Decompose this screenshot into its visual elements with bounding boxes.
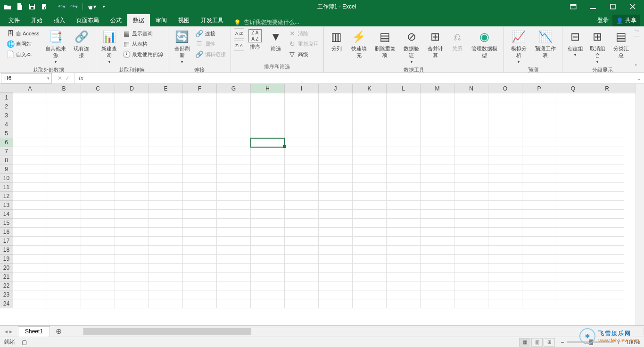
cell[interactable] xyxy=(522,264,556,273)
cell[interactable] xyxy=(488,129,522,138)
cell[interactable] xyxy=(488,111,522,120)
cell[interactable] xyxy=(251,93,285,102)
row-header[interactable]: 11 xyxy=(0,183,13,192)
cell[interactable] xyxy=(13,219,47,228)
hide-detail-icon[interactable]: ⁻≡ xyxy=(634,34,639,40)
cell[interactable] xyxy=(13,237,47,246)
cell[interactable] xyxy=(488,93,522,102)
cell[interactable] xyxy=(81,156,115,165)
cell[interactable] xyxy=(319,290,353,299)
cell[interactable] xyxy=(183,264,217,273)
cell[interactable] xyxy=(454,246,488,255)
row-header[interactable]: 18 xyxy=(0,246,13,255)
cell[interactable] xyxy=(81,102,115,111)
cell[interactable] xyxy=(217,147,251,156)
cell[interactable] xyxy=(183,219,217,228)
cell[interactable] xyxy=(522,111,556,120)
cell[interactable] xyxy=(353,192,387,201)
cell[interactable] xyxy=(13,192,47,201)
cell[interactable] xyxy=(556,237,590,246)
cell[interactable] xyxy=(81,147,115,156)
cell[interactable] xyxy=(81,281,115,290)
cell[interactable] xyxy=(353,111,387,120)
cell[interactable] xyxy=(285,174,319,183)
cell[interactable] xyxy=(387,299,421,308)
cell[interactable] xyxy=(149,156,183,165)
tab-file[interactable]: 文件 xyxy=(3,14,25,26)
cell[interactable] xyxy=(149,219,183,228)
new-file-icon[interactable] xyxy=(14,1,25,12)
cell[interactable] xyxy=(149,237,183,246)
cell[interactable] xyxy=(115,219,149,228)
cell[interactable] xyxy=(183,237,217,246)
cell[interactable] xyxy=(454,228,488,237)
cell[interactable] xyxy=(13,102,47,111)
cell[interactable] xyxy=(217,111,251,120)
cell[interactable] xyxy=(285,219,319,228)
cell[interactable] xyxy=(454,147,488,156)
column-header[interactable]: D xyxy=(115,84,149,93)
sort-button[interactable]: Z AA Z排序 xyxy=(245,28,265,51)
cell[interactable] xyxy=(217,299,251,308)
cell[interactable] xyxy=(183,299,217,308)
cell[interactable] xyxy=(454,255,488,264)
cell[interactable] xyxy=(488,299,522,308)
cell[interactable] xyxy=(217,219,251,228)
cell[interactable] xyxy=(183,290,217,299)
cell[interactable] xyxy=(319,111,353,120)
cell[interactable] xyxy=(217,246,251,255)
cell[interactable] xyxy=(115,129,149,138)
cell[interactable] xyxy=(285,192,319,201)
row-header[interactable]: 14 xyxy=(0,210,13,219)
cell[interactable] xyxy=(522,299,556,308)
cell[interactable] xyxy=(488,183,522,192)
cell[interactable] xyxy=(13,264,47,273)
cell[interactable] xyxy=(251,165,285,174)
cell[interactable] xyxy=(13,255,47,264)
cell[interactable] xyxy=(421,219,454,228)
cell[interactable] xyxy=(81,273,115,281)
cell[interactable] xyxy=(522,201,556,210)
cancel-formula-icon[interactable]: ✕ xyxy=(58,75,62,82)
print-preview-icon[interactable] xyxy=(39,1,50,12)
cell[interactable] xyxy=(285,138,319,147)
row-header[interactable]: 17 xyxy=(0,237,13,246)
cell[interactable] xyxy=(353,246,387,255)
cell[interactable] xyxy=(217,201,251,210)
cell[interactable] xyxy=(522,138,556,147)
sort-asc-button[interactable]: A↓Z xyxy=(234,28,244,39)
cell[interactable] xyxy=(353,273,387,281)
cell[interactable] xyxy=(115,210,149,219)
cell[interactable] xyxy=(13,210,47,219)
cell[interactable] xyxy=(285,246,319,255)
cell[interactable] xyxy=(149,111,183,120)
cell[interactable] xyxy=(556,219,590,228)
cell[interactable] xyxy=(387,102,421,111)
sheet-tab[interactable]: Sheet1 xyxy=(18,326,50,337)
cell[interactable] xyxy=(421,228,454,237)
cell[interactable] xyxy=(285,273,319,281)
refresh-all-button[interactable]: 🔄全部刷新▾ xyxy=(171,28,193,66)
cell[interactable] xyxy=(81,210,115,219)
cell[interactable] xyxy=(47,156,81,165)
cell[interactable] xyxy=(285,156,319,165)
column-header[interactable]: A xyxy=(13,84,47,93)
cell[interactable] xyxy=(183,111,217,120)
subtotal-button[interactable]: ▤分类汇总 xyxy=(610,28,632,60)
cell[interactable] xyxy=(556,255,590,264)
cell[interactable] xyxy=(387,264,421,273)
cell[interactable] xyxy=(251,290,285,299)
column-header[interactable]: I xyxy=(285,84,319,93)
cell[interactable] xyxy=(454,129,488,138)
row-header[interactable]: 2 xyxy=(0,102,13,111)
cell[interactable] xyxy=(353,228,387,237)
cell[interactable] xyxy=(47,120,81,129)
add-sheet-button[interactable]: ⊕ xyxy=(53,326,64,337)
cell[interactable] xyxy=(421,183,454,192)
cell[interactable] xyxy=(13,147,47,156)
cell[interactable] xyxy=(590,93,624,102)
cell[interactable] xyxy=(115,273,149,281)
cell[interactable] xyxy=(81,228,115,237)
cell[interactable] xyxy=(149,273,183,281)
cell[interactable] xyxy=(454,102,488,111)
